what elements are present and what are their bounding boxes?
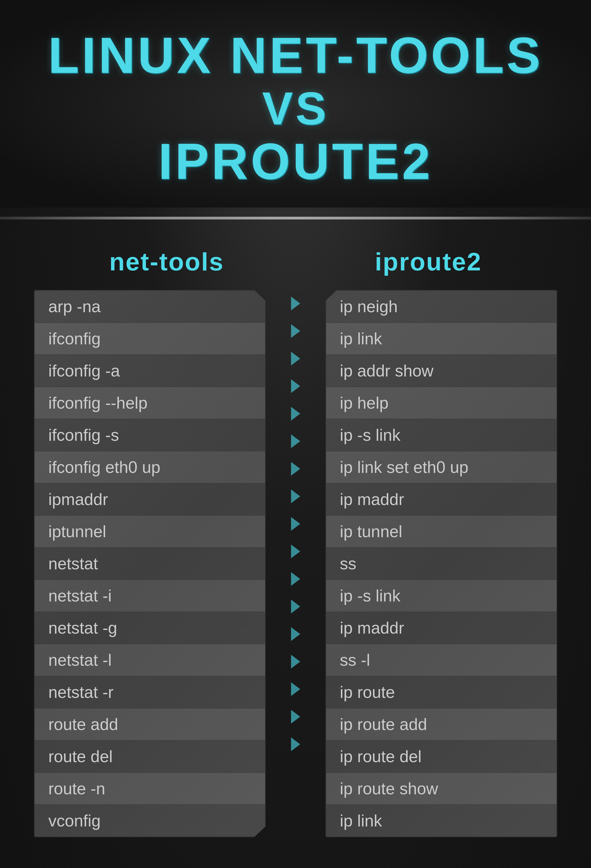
nettools-cmd: route -n	[49, 779, 105, 798]
table-row: ifconfig -a	[35, 355, 265, 387]
header-divider	[0, 217, 591, 220]
table-row: ipmaddr	[35, 483, 265, 516]
table-row: netstat -r	[35, 676, 265, 709]
table-row: ifconfig eth0 up	[35, 451, 265, 483]
nettools-cmd: iptunnel	[49, 522, 106, 541]
nettools-cmd: arp -na	[49, 297, 101, 316]
footer-section: LinOxide.com Detailed : http://linoxide.…	[0, 865, 591, 868]
nettools-cmd: ifconfig -s	[49, 426, 119, 444]
iproute2-cmd: ip -s link	[340, 426, 401, 444]
iproute2-cmd: ss	[340, 554, 357, 573]
nettools-panel: arp -naifconfigifconfig -aifconfig --hel…	[34, 290, 266, 837]
nettools-cmd: route add	[49, 715, 118, 734]
iproute2-cmd: ip maddr	[340, 619, 404, 637]
table-row: ip route show	[326, 773, 557, 805]
table-row: ip route del	[326, 741, 557, 773]
iproute2-cmd: ip route show	[340, 779, 438, 798]
table-row: ss -l	[326, 644, 557, 676]
table-row: route add	[35, 709, 265, 741]
iproute2-cmd: ip neigh	[340, 297, 398, 316]
table-row: ip maddr	[326, 483, 557, 516]
nettools-cmd: ipmaddr	[49, 490, 108, 509]
title-line3: IPROUTE2	[18, 134, 573, 189]
iproute2-cmd: ip tunnel	[340, 522, 402, 541]
iproute2-cmd: ip help	[340, 394, 389, 412]
table-row: ss	[326, 548, 557, 580]
nettools-cmd: netstat -l	[49, 651, 112, 669]
iproute2-cmd: ip -s link	[340, 586, 401, 605]
nettools-cmd: ifconfig eth0 up	[49, 458, 161, 477]
nettools-cmd: netstat -i	[49, 586, 112, 605]
table-row: netstat -i	[35, 580, 265, 612]
table-row: route -n	[35, 773, 265, 805]
table-row: netstat	[35, 548, 265, 580]
table-row: ip link	[326, 805, 557, 837]
nettools-cmd: vconfig	[49, 811, 101, 830]
table-row: ip tunnel	[326, 516, 557, 548]
table-row: ifconfig --help	[35, 387, 265, 419]
nettools-cmd: ifconfig -a	[49, 361, 120, 380]
title-line1: LINUX NET-TOOLS	[18, 28, 573, 83]
table-row: ip link	[326, 323, 557, 355]
left-column-header: net-tools	[109, 247, 224, 276]
table-row: netstat -g	[35, 612, 265, 644]
table-row: route del	[35, 741, 265, 773]
middle-divider	[284, 290, 307, 837]
iproute2-cmd: ip route add	[340, 715, 427, 734]
table-row: iptunnel	[35, 516, 265, 548]
nettools-cmd: ifconfig	[49, 329, 101, 348]
iproute2-panel: ip neighip linkip addr showip helpip -s …	[326, 290, 557, 837]
iproute2-cmd: ip route del	[340, 747, 422, 766]
table-row: ip maddr	[326, 612, 557, 644]
iproute2-cmd: ip link	[340, 811, 382, 830]
nettools-cmd: netstat -g	[49, 619, 117, 637]
table-row: ip -s link	[326, 580, 557, 612]
iproute2-cmd: ip link	[340, 329, 382, 348]
main-content: net-tools iproute2 arp -naifconfigifconf…	[20, 229, 571, 865]
table-row: ip -s link	[326, 419, 557, 451]
iproute2-cmd: ip route	[340, 683, 395, 701]
iproute2-cmd: ip maddr	[340, 490, 404, 509]
iproute2-cmd: ip link set eth0 up	[340, 458, 469, 477]
nettools-cmd: ifconfig --help	[49, 394, 147, 412]
nettools-cmd: netstat	[49, 554, 98, 573]
iproute2-cmd: ss -l	[340, 651, 370, 669]
comparison-table: arp -naifconfigifconfig -aifconfig --hel…	[34, 290, 557, 837]
table-row: ip link set eth0 up	[326, 451, 557, 483]
table-row: vconfig	[35, 805, 265, 837]
header-section: LINUX NET-TOOLS VS IPROUTE2	[0, 0, 591, 208]
table-row: ip help	[326, 387, 557, 419]
table-row: ip neigh	[326, 291, 557, 323]
table-row: ifconfig	[35, 323, 265, 355]
right-column-header: iproute2	[375, 247, 482, 276]
column-headers: net-tools iproute2	[34, 247, 557, 276]
nettools-cmd: netstat -r	[49, 683, 113, 701]
nettools-cmd: route del	[49, 747, 113, 766]
title-line2: VS	[18, 83, 573, 134]
table-row: ip route	[326, 676, 557, 709]
table-row: arp -na	[35, 291, 265, 323]
iproute2-cmd: ip addr show	[340, 361, 433, 380]
table-row: ip route add	[326, 709, 557, 741]
table-row: netstat -l	[35, 644, 265, 676]
table-row: ifconfig -s	[35, 419, 265, 451]
table-row: ip addr show	[326, 355, 557, 387]
